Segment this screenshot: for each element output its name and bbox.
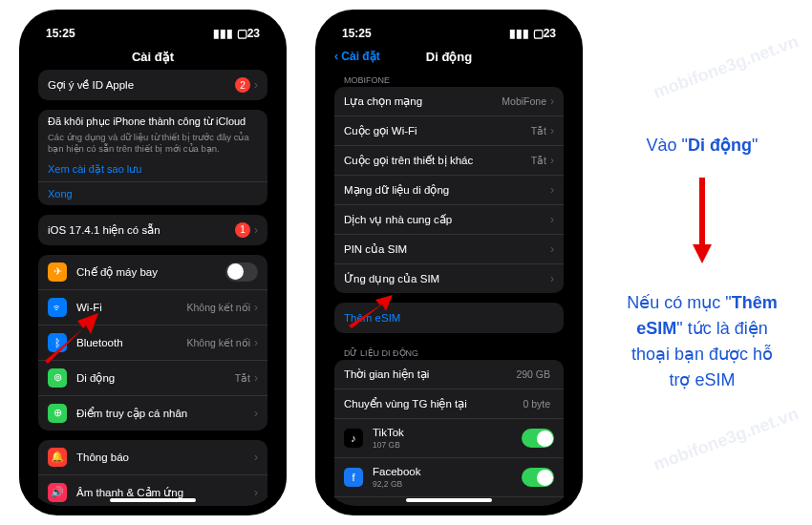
row-label: Lựa chọn mạng — [344, 94, 502, 108]
wifi-icon: ᯤ — [48, 298, 67, 317]
battery-icon: ▢23 — [237, 27, 260, 40]
tiktok-toggle[interactable] — [522, 429, 554, 448]
notch — [96, 10, 210, 31]
section-header: MOBIFONE — [334, 70, 564, 87]
home-indicator[interactable] — [406, 498, 492, 502]
status-time: 15:25 — [342, 27, 372, 40]
watermark: mobifone3g.net.vn — [651, 404, 801, 474]
chevron-icon: › — [254, 223, 258, 237]
chevron-icon: › — [550, 272, 554, 285]
mobile-row[interactable]: ⊚ Di động Tắt › — [38, 361, 267, 396]
row-value: Không kết nối — [186, 302, 250, 313]
chevron-icon: › — [550, 242, 554, 256]
page-title: Cài đặt — [29, 44, 277, 70]
row-label: iOS 17.4.1 hiện có sẵn — [48, 223, 235, 237]
apple-id-suggestion-row[interactable]: Gợi ý về ID Apple 2 › — [38, 70, 267, 100]
row-label: Gợi ý về ID Apple — [48, 78, 235, 92]
chevron-icon: › — [254, 301, 258, 314]
bell-icon: 🔔 — [48, 448, 67, 467]
row-value: Không kết nối — [186, 337, 250, 348]
row-label: Ứng dụng của SIM — [344, 272, 550, 285]
bluetooth-row[interactable]: ᛒ Bluetooth Không kết nối › — [38, 326, 267, 361]
chevron-icon: › — [254, 336, 258, 349]
instruction-step-1: Vào "Di động" — [621, 133, 783, 158]
chevron-icon: › — [550, 124, 554, 137]
roaming-row[interactable]: Chuyển vùng TG hiện tại 0 byte — [334, 389, 564, 419]
row-label: Điểm truy cập cá nhân — [76, 407, 254, 420]
wificall-row[interactable]: Cuộc gọi Wi-Fi Tắt › — [334, 116, 564, 146]
chevron-icon: › — [254, 371, 258, 385]
back-button[interactable]: ‹ Cài đặt — [334, 50, 380, 63]
chevron-icon: › — [254, 451, 258, 464]
watermark: mobifone3g.net.vn — [651, 32, 801, 102]
hotspot-icon: ⊕ — [48, 404, 67, 423]
row-label: Âm thanh & Cảm ứng — [76, 486, 254, 499]
restore-title: Đã khôi phục iPhone thành công từ iCloud — [38, 116, 267, 128]
simapps-row[interactable]: Ứng dụng của SIM › — [334, 264, 564, 293]
facebook-row[interactable]: f Facebook92,2 GB — [334, 458, 564, 497]
speaker-icon: 🔊 — [48, 483, 67, 502]
chevron-icon: › — [254, 486, 258, 499]
status-time: 15:25 — [46, 27, 75, 40]
notifications-row[interactable]: 🔔 Thông báo › — [38, 440, 267, 475]
software-update-row[interactable]: iOS 17.4.1 hiện có sẵn 1 › — [38, 215, 267, 245]
row-label: Instagram28,7 GB — [373, 505, 522, 506]
row-label: TikTok107 GB — [373, 427, 522, 450]
row-label: PIN của SIM — [344, 242, 550, 256]
simpin-row[interactable]: PIN của SIM › — [334, 235, 564, 264]
services-row[interactable]: Dịch vụ nhà cung cấp › — [334, 205, 564, 235]
svg-rect-2 — [699, 178, 705, 246]
row-label: Chuyển vùng TG hiện tại — [344, 397, 523, 410]
row-label: Dịch vụ nhà cung cấp — [344, 213, 550, 226]
badge: 2 — [235, 77, 250, 93]
row-label: Chế độ máy bay — [76, 265, 225, 279]
row-label: Di động — [76, 371, 235, 385]
bluetooth-icon: ᛒ — [48, 333, 67, 352]
facebook-icon: f — [344, 468, 363, 487]
restore-desc: Các ứng dụng và dữ liệu từ thiết bị trướ… — [38, 128, 267, 163]
facebook-toggle[interactable] — [522, 468, 554, 487]
instructions-panel: Vào "Di động" Nếu có mục "Thêm eSIM" tức… — [611, 133, 793, 393]
section-header: DỮ LIỆU DI ĐỘNG — [334, 343, 564, 360]
battery-icon: ▢23 — [533, 27, 556, 40]
row-value: MobiFone — [502, 95, 546, 107]
tiktok-icon: ♪ — [344, 429, 363, 448]
row-label: Mạng dữ liệu di động — [344, 183, 550, 197]
row-value: 290 GB — [516, 368, 550, 380]
airplane-icon: ✈ — [48, 262, 67, 282]
wifi-row[interactable]: ᯤ Wi-Fi Không kết nối › — [38, 290, 267, 326]
phone-mobile: 15:25 ▮▮▮ ▢23 ‹ Cài đặt Di động MOBIFONE… — [315, 10, 583, 515]
signal-icon: ▮▮▮ — [509, 27, 529, 40]
backup-settings-link[interactable]: Xem cài đặt sao lưu — [38, 163, 267, 181]
chevron-icon: › — [550, 183, 554, 197]
chevron-icon: › — [550, 213, 554, 226]
row-value: Tắt — [531, 155, 546, 166]
row-label: Thời gian hiện tại — [344, 368, 516, 381]
hotspot-row[interactable]: ⊕ Điểm truy cập cá nhân › — [38, 396, 267, 430]
row-label: Thông báo — [76, 452, 254, 463]
instruction-step-2: Nếu có mục "Thêm eSIM" tức là điện thoại… — [621, 290, 783, 393]
airplane-mode-row[interactable]: ✈ Chế độ máy bay — [38, 255, 267, 290]
carrier-row[interactable]: Lựa chọn mạng MobiFone › — [334, 87, 564, 116]
chevron-icon: › — [550, 154, 554, 167]
row-label: Facebook92,2 GB — [373, 466, 522, 489]
row-label: Cuộc gọi trên thiết bị khác — [344, 154, 531, 167]
row-label: Cuộc gọi Wi-Fi — [344, 124, 531, 137]
phone-settings: 15:25 ▮▮▮ ▢23 Cài đặt Gợi ý về ID Apple … — [19, 10, 287, 515]
period-row[interactable]: Thời gian hiện tại 290 GB — [334, 360, 564, 389]
tiktok-row[interactable]: ♪ TikTok107 GB — [334, 419, 564, 458]
svg-marker-3 — [693, 244, 712, 263]
badge: 1 — [235, 222, 250, 238]
otherdev-row[interactable]: Cuộc gọi trên thiết bị khác Tắt › — [334, 146, 564, 176]
done-button[interactable]: Xong — [38, 182, 267, 205]
row-value: Tắt — [235, 372, 250, 384]
chevron-icon: › — [550, 94, 554, 108]
chevron-icon: › — [254, 78, 258, 92]
mobiledata-row[interactable]: Mạng dữ liệu di động › — [334, 176, 564, 205]
row-label: Wi-Fi — [76, 302, 186, 313]
add-esim-button[interactable]: Thêm eSIM — [334, 303, 564, 333]
chevron-icon: › — [254, 407, 258, 420]
status-right: ▮▮▮ ▢23 — [509, 27, 556, 40]
home-indicator[interactable] — [110, 498, 196, 502]
airplane-toggle[interactable] — [225, 262, 258, 282]
